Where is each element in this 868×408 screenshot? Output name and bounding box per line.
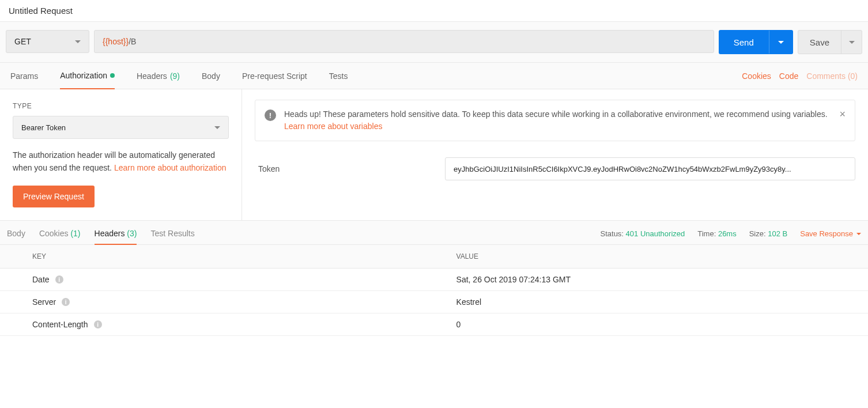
- auth-learn-more-link[interactable]: Learn more about authorization: [114, 163, 227, 172]
- auth-type-select[interactable]: Bearer Token: [13, 116, 229, 139]
- resp-tab-headers-label: Headers: [95, 229, 125, 238]
- chevron-down-icon: [75, 40, 81, 43]
- tab-authorization-label: Authorization: [60, 71, 107, 80]
- method-value: GET: [14, 37, 31, 46]
- auth-right-column: ! Heads up! These parameters hold sensit…: [242, 89, 868, 220]
- token-input[interactable]: eyJhbGciOiJIUzI1NiIsInR5cCI6IkpXVCJ9.eyJ…: [445, 157, 855, 180]
- modified-indicator-icon: [110, 73, 115, 78]
- sensitive-data-alert: ! Heads up! These parameters hold sensit…: [255, 100, 855, 141]
- key-column-header: KEY: [0, 245, 447, 268]
- tab-headers-count: (9): [170, 71, 180, 81]
- header-key-cell: Content-Length i: [0, 313, 447, 335]
- request-title: Untitled Request: [9, 6, 73, 16]
- url-variable: {{host}}: [103, 37, 129, 46]
- response-meta: Status: 401 Unauthorized Time: 26ms Size…: [601, 229, 861, 238]
- auth-left-column: TYPE Bearer Token The authorization head…: [0, 89, 242, 220]
- auth-description: The authorization header will be automat…: [13, 149, 229, 174]
- chevron-down-icon: [849, 41, 855, 44]
- time-meta: Time: 26ms: [697, 229, 736, 238]
- info-icon: i: [62, 298, 70, 306]
- chevron-down-icon: [856, 233, 861, 235]
- save-options-button[interactable]: [841, 31, 862, 54]
- auth-type-value: Bearer Token: [21, 123, 66, 132]
- token-label: Token: [258, 164, 431, 173]
- value-column-header: VALUE: [447, 245, 868, 268]
- table-row: Server iKestrel: [0, 291, 868, 313]
- tab-headers[interactable]: Headers (9): [137, 63, 180, 89]
- response-tabs: Body Cookies (1) Headers (3) Test Result…: [7, 229, 195, 239]
- resp-tab-body[interactable]: Body: [7, 229, 25, 239]
- alert-message: Heads up! These parameters hold sensitiv…: [284, 109, 828, 119]
- table-header-row: KEY VALUE: [0, 245, 868, 269]
- save-button[interactable]: Save: [798, 31, 841, 54]
- tab-headers-label: Headers: [137, 71, 167, 81]
- alert-text: Heads up! These parameters hold sensitiv…: [284, 108, 832, 133]
- alert-learn-more-link[interactable]: Learn more about variables: [284, 122, 382, 131]
- tab-body[interactable]: Body: [202, 63, 220, 89]
- request-links: Cookies Code Comments (0): [742, 71, 858, 81]
- alert-info-icon: !: [265, 109, 276, 121]
- token-row: Token eyJhbGciOiJIUzI1NiIsInR5cCI6IkpXVC…: [255, 157, 855, 180]
- method-select[interactable]: GET: [6, 30, 89, 53]
- save-button-group: Save: [798, 30, 862, 54]
- tab-prerequest[interactable]: Pre-request Script: [242, 63, 307, 89]
- chevron-down-icon: [214, 126, 220, 129]
- url-row: GET {{host}}/B Send Save: [0, 22, 868, 63]
- alert-close-button[interactable]: ×: [839, 108, 846, 120]
- comments-link[interactable]: Comments (0): [806, 71, 858, 81]
- info-icon: i: [55, 275, 63, 284]
- tab-tests[interactable]: Tests: [329, 63, 348, 89]
- table-row: Date iSat, 26 Oct 2019 07:24:13 GMT: [0, 269, 868, 291]
- cookies-link[interactable]: Cookies: [742, 71, 771, 81]
- status-meta: Status: 401 Unauthorized: [601, 229, 685, 238]
- url-path: /B: [129, 37, 136, 46]
- send-button[interactable]: Send: [719, 31, 769, 54]
- header-key-cell: Date i: [0, 269, 447, 290]
- resp-tab-cookies-label: Cookies: [39, 229, 69, 238]
- resp-tab-cookies[interactable]: Cookies (1): [39, 229, 81, 239]
- resp-tab-headers-count: (3): [127, 229, 137, 238]
- tab-authorization[interactable]: Authorization: [60, 63, 115, 89]
- url-input[interactable]: {{host}}/B: [94, 30, 714, 53]
- chevron-down-icon: [778, 41, 784, 44]
- tab-params[interactable]: Params: [10, 63, 38, 89]
- status-value: 401 Unauthorized: [626, 229, 685, 238]
- resp-tab-headers[interactable]: Headers (3): [95, 229, 137, 245]
- authorization-panel: TYPE Bearer Token The authorization head…: [0, 89, 868, 221]
- table-row: Content-Length i0: [0, 313, 868, 336]
- send-button-group: Send: [719, 30, 793, 54]
- time-value: 26ms: [718, 229, 737, 238]
- preview-request-button[interactable]: Preview Request: [13, 186, 95, 207]
- code-link[interactable]: Code: [779, 71, 798, 81]
- response-headers-table: KEY VALUE Date iSat, 26 Oct 2019 07:24:1…: [0, 245, 868, 336]
- title-bar: Untitled Request: [0, 0, 868, 22]
- auth-type-label: TYPE: [13, 102, 229, 110]
- resp-tab-cookies-count: (1): [70, 229, 80, 238]
- size-meta: Size: 102 B: [749, 229, 788, 238]
- save-response-label: Save Response: [800, 229, 853, 238]
- response-bar: Body Cookies (1) Headers (3) Test Result…: [0, 221, 868, 245]
- info-icon: i: [94, 320, 102, 328]
- resp-tab-test-results[interactable]: Test Results: [150, 229, 194, 239]
- header-value-cell: Kestrel: [447, 291, 868, 313]
- send-options-button[interactable]: [769, 31, 793, 54]
- save-response-button[interactable]: Save Response: [800, 229, 861, 238]
- header-value-cell: Sat, 26 Oct 2019 07:24:13 GMT: [447, 269, 868, 290]
- request-tabs: Params Authorization Headers (9) Body Pr…: [0, 63, 868, 89]
- header-value-cell: 0: [447, 313, 868, 335]
- table-body: Date iSat, 26 Oct 2019 07:24:13 GMTServe…: [0, 269, 868, 336]
- header-key-cell: Server i: [0, 291, 447, 313]
- size-value: 102 B: [768, 229, 787, 238]
